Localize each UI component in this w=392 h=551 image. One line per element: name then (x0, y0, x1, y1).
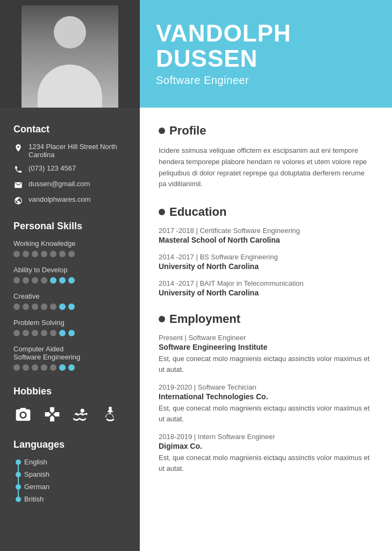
emp-desc-2: Est, que conecat molo magnienis eictaqu … (159, 403, 373, 424)
profile-photo (22, 5, 118, 108)
languages-heading: Languages (13, 439, 126, 450)
edu-institution-1: Masteral School of North Carolina (159, 236, 373, 244)
skill-problem-solving: Problem Solving (13, 319, 126, 336)
skill-creative: Creative (13, 292, 126, 310)
edu-institution-3: University of North Carolina (159, 288, 373, 297)
emp-item-2: 2019-2020 | Software Techician Internati… (159, 383, 373, 424)
header-photo (0, 0, 140, 108)
job-title: Software Engineer (156, 74, 376, 87)
language-british: British (13, 495, 126, 503)
emp-desc-1: Est, que conecat molo magnienis eictaqu … (159, 354, 373, 375)
language-connector-line (18, 462, 19, 499)
location-icon (13, 143, 23, 153)
edu-item-2: 2014 -2017 | BS Software Engineering Uni… (159, 253, 373, 271)
skills-section: Personal Skills Working Knowledge Abilit… (13, 221, 126, 371)
employment-section: Employment Present | Software Engineer S… (159, 312, 373, 474)
languages-section: Languages English Spanish German British (13, 439, 126, 503)
skills-heading: Personal Skills (13, 221, 126, 232)
employment-heading: Employment (159, 312, 373, 326)
sidebar: Contact 1234 Placer Hill Street North Ca… (0, 108, 140, 551)
skill-computer-aided: Computer AidedSoftware Engineering (13, 345, 126, 371)
email-icon (13, 180, 23, 190)
skill-working-knowledge: Working Knowledge (13, 239, 126, 257)
profile-heading: Profile (159, 124, 373, 138)
contact-website: vandolphwares.com (13, 195, 126, 206)
languages-list: English Spanish German British (13, 458, 126, 503)
globe-icon (13, 196, 23, 206)
skill-dots-2 (13, 277, 126, 284)
skill-dots-4 (13, 330, 126, 336)
camera-icon (13, 405, 33, 424)
hobbies-icons-row (13, 405, 126, 424)
edu-meta-3: 2014 -2017 | BAIT Major in Telecommunica… (159, 279, 373, 287)
language-english: English (13, 458, 126, 466)
emp-desc-3: Est, que conecat molo magnienis eictaqu … (159, 453, 373, 474)
contact-email: dussen@gmail.com (13, 180, 126, 190)
emp-institution-1: Software Engineering Institute (159, 343, 373, 351)
skill-ability-develop: Ability to Develop (13, 266, 126, 284)
body: Contact 1234 Placer Hill Street North Ca… (0, 108, 392, 551)
full-name: VANDOLPH DUSSEN (156, 21, 376, 70)
profile-section: Profile Icidere ssimusa veliquae officte… (159, 124, 373, 190)
contact-section: Contact 1234 Placer Hill Street North Ca… (13, 124, 126, 206)
education-heading: Education (159, 205, 373, 219)
emp-item-3: 2018-2019 | Intern Software Engineer Dig… (159, 433, 373, 474)
language-spanish: Spanish (13, 470, 126, 478)
edu-institution-2: University of North Carolina (159, 262, 373, 271)
edu-meta-1: 2017 -2018 | Certificate Software Engine… (159, 227, 373, 235)
emp-meta-3: 2018-2019 | Intern Software Engineer (159, 433, 373, 441)
skill-dots-5 (13, 364, 126, 371)
edu-item-3: 2014 -2017 | BAIT Major in Telecommunica… (159, 279, 373, 297)
contact-heading: Contact (13, 124, 126, 135)
gamepad-icon (42, 405, 62, 424)
emp-item-1: Present | Software Engineer Software Eng… (159, 334, 373, 375)
swim-icon (72, 405, 91, 424)
edu-item-1: 2017 -2018 | Certificate Software Engine… (159, 227, 373, 244)
emp-meta-2: 2019-2020 | Software Techician (159, 383, 373, 391)
header-name-area: VANDOLPH DUSSEN Software Engineer (140, 0, 392, 108)
language-german: German (13, 483, 126, 491)
skill-dots-3 (13, 303, 126, 310)
emp-meta-1: Present | Software Engineer (159, 334, 373, 342)
header: VANDOLPH DUSSEN Software Engineer (0, 0, 392, 108)
hobbies-heading: Hobbies (13, 386, 126, 397)
profile-text: Icidere ssimusa veliquae offictem ex esc… (159, 145, 373, 190)
emp-institution-3: Digimax Co. (159, 442, 373, 450)
skill-dots-1 (13, 251, 126, 257)
contact-address: 1234 Placer Hill Street North Carolina (13, 143, 126, 159)
edu-meta-2: 2014 -2017 | BS Software Engineering (159, 253, 373, 261)
contact-phone: (073) 123 4567 (13, 164, 126, 174)
emp-institution-2: International Technologies Co. (159, 392, 373, 401)
phone-icon (13, 165, 23, 174)
hobbies-section: Hobbies (13, 386, 126, 424)
education-section: Education 2017 -2018 | Certificate Softw… (159, 205, 373, 297)
main-content: Profile Icidere ssimusa veliquae officte… (140, 108, 392, 551)
diving-icon (101, 405, 120, 424)
